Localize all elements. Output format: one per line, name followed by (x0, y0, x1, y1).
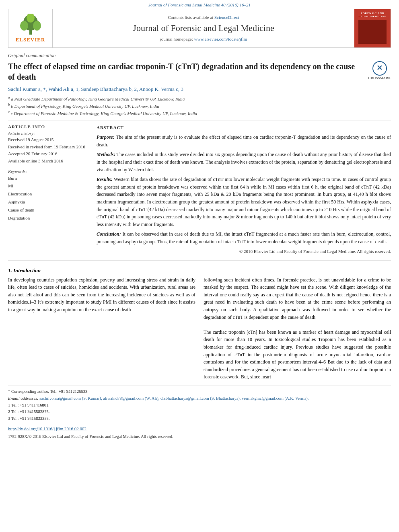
paper-title: The effect of elapsed time on cardiac tr… (8, 61, 391, 82)
keyword-mi: MI (8, 182, 88, 190)
svg-point-3 (33, 21, 41, 31)
footnotes-block: * Corresponding author. Tel.: +91 941212… (8, 386, 391, 440)
tel3-line: 3 Tel.: +91 9415833355. (8, 415, 391, 422)
intro-left-col: In developing countries population explo… (8, 276, 195, 381)
accepted-date: Accepted 20 February 2016 (8, 150, 88, 158)
abstract-heading: ABSTRACT (97, 124, 391, 131)
introduction-heading: 1. Introduction (8, 267, 391, 274)
intro-left-text: In developing countries population explo… (8, 276, 195, 314)
affiliations-block: a a Post Graduate Department of Patholog… (8, 95, 391, 117)
affil-a: a a Post Graduate Department of Patholog… (8, 95, 391, 102)
journal-badge-block: FORENSIC AND LEGAL MEDICINE (354, 9, 391, 47)
revised-date: Received in revised form 19 February 201… (8, 144, 88, 151)
authors-line: Sachil Kumar a, *, Wahid Ali a, 1, Sande… (8, 86, 391, 92)
sciencedirect-link[interactable]: ScienceDirect (214, 15, 239, 20)
corresponding-author: * Corresponding author. Tel.: +91 941212… (8, 388, 391, 395)
intro-right-text: following such incident often times. In … (204, 276, 391, 381)
email-line: E-mail addresses: sachilvohra@gmail.com … (8, 395, 391, 402)
tel2-line: 2 Tel.: +91 9415582875. (8, 409, 391, 415)
abstract-column: ABSTRACT Purpose: The aim of the present… (97, 124, 391, 255)
article-info-section: ARTICLE INFO Article history: Received 1… (8, 124, 88, 164)
keyword-asphyxia: Asphyxia (8, 198, 88, 206)
crossmark-icon: ✕ (376, 64, 383, 73)
article-info-heading: ARTICLE INFO (8, 124, 88, 129)
crossmark-label: CrossMark (368, 76, 391, 80)
abstract-section: ABSTRACT Purpose: The aim of the present… (97, 124, 391, 255)
intro-right-col: following such incident often times. In … (204, 276, 391, 381)
keyword-electrocution: Electrocution (8, 190, 88, 198)
keywords-heading: Keywords: (8, 169, 88, 174)
abstract-results: Results: Western blot data shows the rat… (97, 176, 391, 228)
abstract-purpose: Purpose: The aim of the present study is… (97, 134, 391, 148)
affil-c: c c Department of Forensic Medicine & To… (8, 109, 391, 117)
email-links[interactable]: sachilvohra@gmail.com (S. Kumar), aliwah… (39, 396, 309, 401)
section-divider-1 (8, 121, 391, 121)
keyword-cause-of-death: Cause of death (8, 206, 88, 214)
journal-title-header: Journal of Forensic and Legal Medicine (133, 23, 274, 33)
main-content: Original communication The effect of ela… (8, 53, 391, 440)
article-history-heading: Article history: (8, 131, 88, 136)
elsevier-wordmark: ELSEVIER (16, 37, 45, 43)
crossmark-circle: ✕ (372, 61, 387, 76)
affil-b: b b Department of Physiology, King Georg… (8, 102, 391, 109)
journal-reference-line: Journal of Forensic and Legal Medicine 4… (0, 0, 399, 9)
journal-homepage-link[interactable]: www.elsevier.com/locate/jflm (194, 37, 247, 41)
keywords-list: Burn MI Electrocution Asphyxia Cause of … (8, 175, 88, 222)
crossmark-badge: ✕ CrossMark (368, 61, 391, 80)
introduction-section: 1. Introduction In developing countries … (8, 267, 391, 381)
journal-header-center: Contents lists available at ScienceDirec… (53, 9, 354, 47)
tel1-line: 1 Tel.: +91 9411416801. (8, 402, 391, 409)
introduction-columns: In developing countries population explo… (8, 276, 391, 381)
elsevier-tree-icon (19, 14, 43, 36)
received-date: Received 19 August 2015 (8, 136, 88, 144)
sciencedirect-line: Contents lists available at ScienceDirec… (168, 15, 239, 20)
badge-title: FORENSIC AND LEGAL MEDICINE (356, 12, 389, 18)
badge-image (358, 20, 387, 44)
journal-ref-text: Journal of Forensic and Legal Medicine 4… (148, 2, 251, 7)
doi-link[interactable]: http://dx.doi.org/10.1016/j.jflm.2016.02… (8, 426, 86, 431)
abstract-methods: Methods: The cases included in this stud… (97, 151, 391, 173)
elsevier-logo-block: ELSEVIER (8, 9, 53, 47)
doi-line[interactable]: http://dx.doi.org/10.1016/j.jflm.2016.02… (8, 425, 391, 433)
keywords-section: Keywords: Burn MI Electrocution Asphyxia… (8, 169, 88, 222)
svg-point-2 (20, 21, 28, 31)
section-divider-2 (8, 261, 391, 261)
copyright-bottom: 1752-928X/© 2016 Elsevier Ltd and Facult… (8, 433, 391, 440)
abstract-copyright: © 2016 Elsevier Ltd and Faculty of Foren… (97, 248, 391, 255)
journal-homepage-line: journal homepage: www.elsevier.com/locat… (160, 37, 247, 41)
keyword-degradation: Degradation (8, 214, 88, 222)
article-info-abstract-columns: ARTICLE INFO Article history: Received 1… (8, 124, 391, 255)
journal-header-box: ELSEVIER Contents lists available at Sci… (8, 9, 391, 48)
journal-badge: FORENSIC AND LEGAL MEDICINE (356, 12, 389, 45)
abstract-conclusion: Conclusion: It can be observed that in c… (97, 230, 391, 245)
article-type-label: Original communication (8, 53, 391, 59)
keyword-burn: Burn (8, 175, 88, 183)
available-date: Available online 3 March 2016 (8, 158, 88, 165)
article-info-column: ARTICLE INFO Article history: Received 1… (8, 124, 88, 255)
